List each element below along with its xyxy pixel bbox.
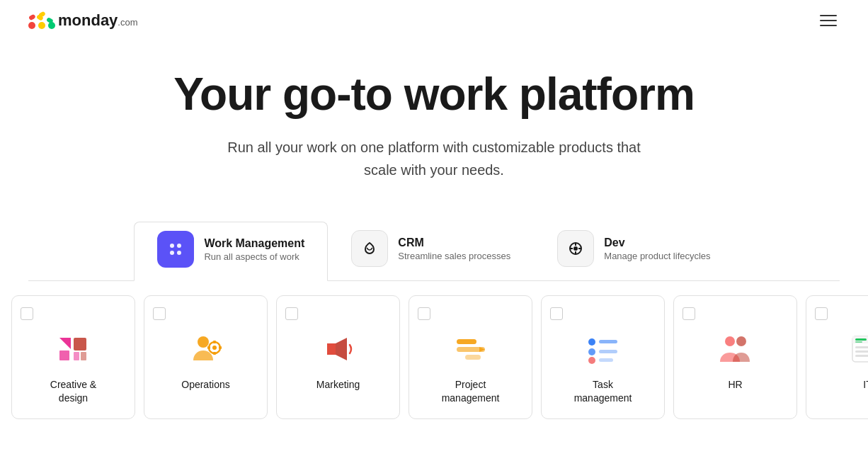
crm-tab-name: CRM xyxy=(398,236,510,249)
svg-point-8 xyxy=(177,244,181,248)
svg-rect-21 xyxy=(213,341,216,343)
it-icon xyxy=(850,334,869,365)
operations-icon-area xyxy=(153,331,258,367)
svg-rect-17 xyxy=(81,352,86,360)
svg-point-12 xyxy=(573,246,578,251)
card-creative-design[interactable]: Creative &design xyxy=(11,295,135,418)
svg-point-1 xyxy=(38,22,45,29)
svg-point-0 xyxy=(28,22,35,29)
logo-text: monday.com xyxy=(58,11,138,30)
svg-rect-42 xyxy=(855,338,867,341)
svg-point-33 xyxy=(588,348,595,355)
svg-rect-29 xyxy=(465,355,481,360)
svg-point-37 xyxy=(725,336,735,346)
svg-rect-43 xyxy=(855,341,862,343)
hero-subtitle: Run all your work on one platform with c… xyxy=(222,136,646,181)
svg-rect-14 xyxy=(59,350,69,360)
work-management-tab-name: Work Management xyxy=(204,237,304,250)
card-checkbox-it[interactable] xyxy=(815,307,828,320)
svg-rect-23 xyxy=(207,346,210,349)
hr-icon-area xyxy=(683,331,788,367)
svg-point-10 xyxy=(177,251,181,255)
svg-marker-13 xyxy=(59,338,71,349)
svg-rect-34 xyxy=(599,350,617,353)
card-label-marketing: Marketing xyxy=(285,378,391,391)
card-checkbox-marketing[interactable] xyxy=(285,307,298,320)
card-label-project: Projectmanagement xyxy=(418,378,523,404)
dev-tab-text: Dev Manage product lifecycles xyxy=(604,236,710,261)
hr-icon xyxy=(717,334,754,365)
card-label-hr: HR xyxy=(683,378,788,391)
tab-crm[interactable]: CRM Streamline sales processes xyxy=(328,221,534,280)
card-operations[interactable]: Operations xyxy=(144,295,268,418)
dev-icon xyxy=(566,239,586,258)
use-case-cards: Creative &design Operations xyxy=(0,281,868,418)
svg-rect-32 xyxy=(599,340,617,343)
dev-tab-name: Dev xyxy=(604,236,710,249)
tab-work-management[interactable]: Work Management Run all aspects of work xyxy=(134,222,328,281)
operations-icon xyxy=(188,334,224,365)
hero-section: Your go-to work platform Run all your wo… xyxy=(0,41,868,221)
card-project-management[interactable]: Projectmanagement xyxy=(409,295,532,418)
svg-rect-27 xyxy=(457,339,476,344)
hero-title: Your go-to work platform xyxy=(14,69,854,119)
svg-rect-26 xyxy=(327,343,336,355)
project-icon-area xyxy=(418,331,523,367)
crm-icon xyxy=(360,239,379,258)
svg-point-9 xyxy=(170,251,174,255)
card-checkbox-project[interactable] xyxy=(418,307,430,320)
svg-rect-46 xyxy=(855,355,869,357)
logo-name: monday xyxy=(58,11,118,29)
svg-rect-36 xyxy=(599,358,613,362)
svg-point-35 xyxy=(588,357,595,364)
monday-logo-icon xyxy=(28,11,55,30)
crm-icon-box xyxy=(351,230,388,267)
project-icon xyxy=(452,334,489,365)
hamburger-menu-button[interactable] xyxy=(817,12,840,29)
card-hr[interactable]: HR xyxy=(673,295,797,418)
card-checkbox-task[interactable] xyxy=(550,307,563,320)
crm-tab-text: CRM Streamline sales processes xyxy=(398,236,510,261)
card-label-task: Taskmanagement xyxy=(550,378,656,404)
tab-dev[interactable]: Dev Manage product lifecycles xyxy=(534,221,733,280)
task-icon xyxy=(585,334,622,365)
card-checkbox-hr[interactable] xyxy=(683,307,695,320)
marketing-icon-area xyxy=(285,331,391,367)
dots-grid-icon xyxy=(166,239,185,259)
card-checkbox-creative[interactable] xyxy=(21,307,33,320)
logo[interactable]: monday.com xyxy=(28,11,138,30)
svg-rect-22 xyxy=(213,352,216,355)
svg-rect-16 xyxy=(74,352,79,360)
card-marketing[interactable]: Marketing xyxy=(276,295,400,418)
svg-rect-3 xyxy=(28,14,36,21)
work-management-tab-text: Work Management Run all aspects of work xyxy=(204,237,304,262)
hamburger-line-1 xyxy=(820,15,837,16)
card-checkbox-operations[interactable] xyxy=(153,307,166,320)
svg-rect-24 xyxy=(219,346,222,349)
card-task-management[interactable]: Taskmanagement xyxy=(541,295,665,418)
svg-rect-15 xyxy=(74,338,86,350)
card-label-creative: Creative &design xyxy=(21,378,126,404)
product-tabs: Work Management Run all aspects of work … xyxy=(28,221,840,281)
svg-point-38 xyxy=(736,336,746,346)
crm-tab-desc: Streamline sales processes xyxy=(398,251,510,261)
it-icon-area xyxy=(815,331,868,367)
svg-rect-44 xyxy=(855,346,869,348)
svg-point-20 xyxy=(212,346,217,350)
logo-suffix: .com xyxy=(118,17,137,28)
svg-point-31 xyxy=(588,338,595,346)
svg-point-18 xyxy=(198,336,209,348)
card-it[interactable]: IT xyxy=(806,295,868,418)
card-label-operations: Operations xyxy=(153,378,258,391)
work-management-tab-desc: Run all aspects of work xyxy=(204,251,304,262)
header: monday.com xyxy=(0,0,868,41)
marketing-icon xyxy=(320,334,357,365)
svg-point-2 xyxy=(48,22,55,29)
card-label-it: IT xyxy=(815,378,868,391)
dev-icon-box xyxy=(557,230,594,267)
hamburger-line-3 xyxy=(820,25,837,26)
hamburger-line-2 xyxy=(820,20,837,21)
dev-tab-desc: Manage product lifecycles xyxy=(604,251,710,261)
creative-icon xyxy=(55,334,92,365)
task-icon-area xyxy=(550,331,656,367)
